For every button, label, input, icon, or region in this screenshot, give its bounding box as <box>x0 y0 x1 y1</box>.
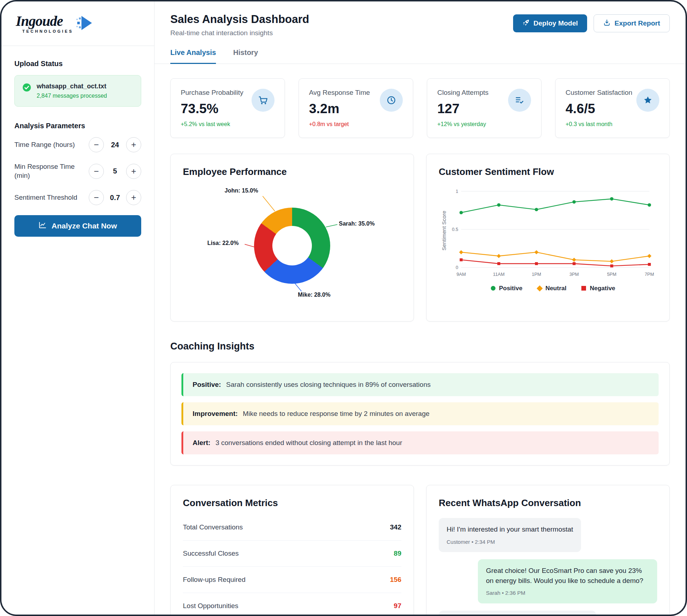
svg-text:11AM: 11AM <box>493 272 504 277</box>
tab-history[interactable]: History <box>233 48 258 64</box>
insight-improvement: Improvement: Mike needs to reduce respon… <box>181 402 659 425</box>
sentiment-threshold-stepper: − 0.7 + <box>89 190 141 205</box>
deploy-model-label: Deploy Model <box>534 19 578 27</box>
coaching-insights-title: Coaching Insights <box>170 341 670 352</box>
metric-row-lost-opportunities: Lost Opportunities 97 <box>183 593 401 615</box>
donut-label-mike: Mike: 28.0% <box>298 292 331 298</box>
neutral-marker-icon <box>536 285 543 291</box>
stat-delta: +0.3 vs last month <box>566 121 632 128</box>
time-range-stepper: − 24 + <box>89 137 141 152</box>
star-icon <box>636 89 659 112</box>
page-header: Sales Analysis Dashboard Real-time chat … <box>155 1 686 37</box>
insight-text: 3 conversations ended without closing at… <box>216 439 402 447</box>
chat-message-agent: Great choice! Our EcoSmart Pro can save … <box>478 559 657 603</box>
whatsapp-conversation-panel: Recent WhatsApp Conversation Hi! I'm int… <box>426 485 670 615</box>
uploaded-file-name: whatsapp_chat_oct.txt <box>37 83 107 90</box>
page-title: Sales Analysis Dashboard <box>170 13 309 26</box>
time-range-value: 24 <box>104 141 126 149</box>
sentiment-chart-svg: 00.519AM11AM1PM3PM5PM7PM <box>449 186 657 281</box>
conversation-metrics-title: Conversation Metrics <box>183 497 401 509</box>
main-area: Sales Analysis Dashboard Real-time chat … <box>155 1 686 615</box>
logo-block: Ingoude Technologies <box>1 1 154 46</box>
brand-logo: Ingoude Technologies <box>16 13 95 34</box>
uploaded-file-status: 2,847 messages processed <box>37 93 107 99</box>
metric-row-successful-closes: Successful Closes 89 <box>183 541 401 567</box>
insight-tag: Alert: <box>193 439 211 447</box>
sentiment-threshold-value: 0.7 <box>104 194 126 202</box>
export-report-label: Export Report <box>614 19 660 27</box>
negative-marker-icon <box>581 286 586 291</box>
stat-value: 3.2m <box>309 101 370 116</box>
cart-icon <box>252 89 275 112</box>
chat-message-customer: Hi! I'm interested in your smart thermos… <box>439 518 581 552</box>
svg-text:3PM: 3PM <box>570 272 579 277</box>
logo-arrow-icon <box>75 13 95 34</box>
sentiment-threshold-increment-button[interactable]: + <box>126 190 141 205</box>
chart-line-icon <box>38 221 47 231</box>
upload-status-heading: Upload Status <box>14 60 141 68</box>
download-icon <box>603 19 610 28</box>
page-subtitle: Real-time chat interaction insights <box>170 29 309 37</box>
stat-delta: +0.8m vs target <box>309 121 370 128</box>
deploy-model-button[interactable]: Deploy Model <box>513 14 587 32</box>
min-response-increment-button[interactable]: + <box>126 164 141 179</box>
stat-label: Customer Satisfaction <box>566 89 632 97</box>
svg-text:9AM: 9AM <box>456 272 466 277</box>
sentiment-flow-panel: Customer Sentiment Flow Sentiment Score … <box>426 154 670 321</box>
whatsapp-conversation-title: Recent WhatsApp Conversation <box>439 497 657 509</box>
coaching-insights-card: Positive: Sarah consistently uses closin… <box>170 362 670 466</box>
insight-text: Mike needs to reduce response time by 2 … <box>243 410 430 418</box>
tab-bar: Live Analysis History <box>155 48 686 64</box>
time-range-increment-button[interactable]: + <box>126 137 141 152</box>
legend-item-negative: Negative <box>581 285 615 292</box>
chat-message-customer: That sounds amazing! How much does it co… <box>439 611 596 615</box>
insight-positive: Positive: Sarah consistently uses closin… <box>181 373 659 396</box>
y-axis-label: Sentiment Score <box>439 186 449 292</box>
stat-card-closing-attempts: Closing Attempts 127 +12% vs yesterday <box>427 78 541 138</box>
stat-value: 127 <box>437 101 489 116</box>
donut-label-lisa: Lisa: 22.0% <box>207 240 239 246</box>
chat-message-meta: Sarah • 2:36 PM <box>486 589 649 597</box>
analysis-parameters-heading: Analysis Parameters <box>14 122 141 130</box>
min-response-value: 5 <box>104 167 126 175</box>
brand-tagline: Technologies <box>22 29 73 33</box>
param-sentiment-threshold: Sentiment Threshold − 0.7 + <box>14 190 141 205</box>
list-check-icon <box>508 89 531 112</box>
legend-item-positive: Positive <box>491 285 522 292</box>
stat-label: Purchase Probability <box>181 89 243 97</box>
chat-message-list: Hi! I'm interested in your smart thermos… <box>439 518 657 615</box>
app-window: Ingoude Technologies Upload Status whats… <box>0 0 687 616</box>
stat-delta: +12% vs yesterday <box>437 121 489 128</box>
metric-row-follow-ups: Follow-ups Required 156 <box>183 567 401 593</box>
conversation-metrics-panel: Conversation Metrics Total Conversations… <box>170 485 414 615</box>
conversation-metrics-list: Total Conversations 342 Successful Close… <box>183 514 401 615</box>
donut-label-john: John: 15.0% <box>225 187 258 194</box>
insight-tag: Improvement: <box>193 410 238 418</box>
sentiment-flow-title: Customer Sentiment Flow <box>439 166 657 177</box>
charts-row: Employee Performance Sarah: 35.0% Mike: … <box>170 154 670 321</box>
param-label: Sentiment Threshold <box>14 193 89 202</box>
brand-name: Ingoude <box>16 14 73 28</box>
export-report-button[interactable]: Export Report <box>594 14 670 32</box>
stat-delta: +5.2% vs last week <box>181 121 243 128</box>
time-range-decrement-button[interactable]: − <box>89 137 104 152</box>
sentiment-threshold-decrement-button[interactable]: − <box>89 190 104 205</box>
sentiment-legend: Positive Neutral Negative <box>449 285 657 292</box>
header-actions: Deploy Model Export Report <box>513 13 670 32</box>
param-label: Time Range (hours) <box>14 140 89 149</box>
uploaded-file-card: whatsapp_chat_oct.txt 2,847 messages pro… <box>14 75 141 107</box>
param-time-range: Time Range (hours) − 24 + <box>14 137 141 152</box>
chat-message-text: Hi! I'm interested in your smart thermos… <box>447 524 573 534</box>
tab-live-analysis[interactable]: Live Analysis <box>170 48 216 64</box>
analyze-chat-button[interactable]: Analyze Chat Now <box>14 215 141 237</box>
min-response-decrement-button[interactable]: − <box>89 164 104 179</box>
sentiment-chart: Sentiment Score 00.519AM11AM1PM3PM5PM7PM… <box>439 186 657 292</box>
analyze-chat-button-label: Analyze Chat Now <box>51 222 117 230</box>
stat-card-avg-response-time: Avg Response Time 3.2m +0.8m vs target <box>299 78 413 138</box>
clock-icon <box>380 89 403 112</box>
stat-value: 4.6/5 <box>566 101 632 116</box>
svg-text:0.5: 0.5 <box>452 227 458 232</box>
svg-text:5PM: 5PM <box>607 272 616 277</box>
insight-alert: Alert: 3 conversations ended without clo… <box>181 431 659 454</box>
stat-card-purchase-probability: Purchase Probability 73.5% +5.2% vs last… <box>170 78 285 138</box>
